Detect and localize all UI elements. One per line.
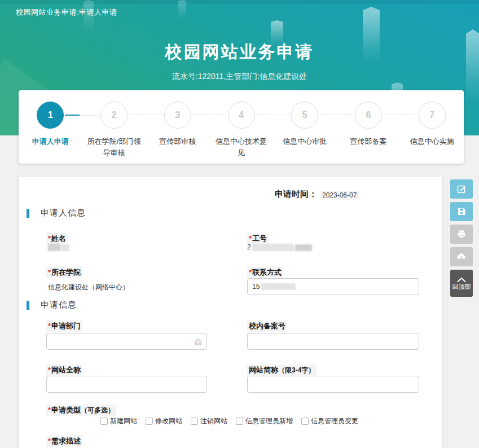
section-applicant-info: 申请人信息 [27, 208, 86, 218]
checkbox-new-site[interactable]: 新建网站 [100, 416, 137, 426]
checkbox-icon[interactable] [301, 418, 309, 425]
name-value-masked [48, 243, 69, 251]
printer-icon [456, 229, 467, 239]
download-button[interactable] [450, 247, 473, 266]
section-apply-info: 申请信息 [27, 300, 77, 310]
step-label-4: 信息中心技术意见 [213, 136, 270, 158]
contact-label: *联系方式 [247, 267, 283, 278]
edit-button[interactable] [450, 179, 473, 199]
step-item-5: 5 信息中心审批 [273, 102, 337, 164]
checkbox-icon[interactable] [100, 418, 108, 425]
workid-value: 2 [247, 243, 312, 251]
step-label-1: 申请人申请 [32, 136, 69, 147]
step-label-6: 宣传部备案 [350, 136, 386, 147]
record-no-label: 校内备案号 [247, 320, 287, 332]
page-title: 校园网站业务申请 [0, 41, 479, 64]
step-label-7: 信息中心实施 [410, 136, 454, 147]
apply-type-label: *申请类型（可多选） [46, 405, 116, 416]
step-item-3: 3 宣传部审核 [146, 102, 209, 164]
section-bar [27, 301, 29, 310]
step-connector [129, 115, 163, 115]
save-button[interactable] [450, 202, 473, 221]
step-item-7: 7 信息中心实施 [400, 102, 464, 164]
checkbox-admin-change[interactable]: 信息管理员变更 [301, 416, 358, 426]
step-circle-6: 6 [355, 102, 382, 129]
org-picker-icon[interactable] [194, 337, 203, 348]
contact-input[interactable]: 15 [247, 278, 419, 295]
record-no-input[interactable] [247, 333, 419, 350]
checkbox-icon[interactable] [236, 418, 243, 425]
dept-label: *申请部门 [46, 320, 82, 332]
step-circle-3: 3 [164, 102, 191, 129]
application-form: 申请时间： 2023-06-07 申请人信息 *姓名 *工号 2 *所在学院 信… [19, 177, 442, 448]
college-label: *所在学院 [46, 267, 82, 278]
step-label-3: 宣传部审核 [159, 136, 196, 147]
site-shortname-input[interactable] [247, 376, 419, 393]
step-item-4: 4 信息中心技术意见 [209, 102, 273, 164]
apply-type-options: 新建网站 修改网站 注销网站 信息管理员新增 信息管理员变更 [100, 416, 358, 426]
print-button[interactable] [450, 225, 473, 244]
apply-time-label: 申请时间： [275, 189, 317, 200]
step-circle-4: 4 [228, 102, 255, 129]
back-to-top-label: 回顶部 [452, 284, 471, 290]
step-circle-7: 7 [419, 102, 446, 129]
apply-time-value: 2023-06-07 [320, 191, 359, 200]
step-circle-5: 5 [291, 102, 318, 129]
step-wizard: 1 申请人申请 2 所在学院/部门领导审核 3 宣传部审核 4 信息中心技术意见… [19, 90, 464, 164]
site-shortname-label: 网站简称（限3-4字） [247, 364, 317, 376]
step-label-2: 所在学院/部门领导审核 [85, 136, 143, 158]
save-icon [456, 207, 467, 217]
demand-label: *需求描述 [46, 436, 82, 447]
checkbox-icon[interactable] [146, 418, 153, 425]
step-label-5: 信息中心审批 [283, 136, 327, 147]
hero-top-strip [0, 0, 479, 4]
site-fullname-input[interactable] [46, 376, 207, 393]
college-value: 信息化建设处（网络中心） [48, 283, 129, 292]
checkbox-cancel-site[interactable]: 注销网站 [191, 416, 227, 426]
section-bar [27, 209, 29, 218]
back-to-top-button[interactable]: 回顶部 [450, 270, 473, 297]
checkbox-icon[interactable] [191, 418, 198, 425]
step-circle-2: 2 [100, 102, 128, 129]
step-item-1: 1 申请人申请 [19, 102, 82, 164]
chevron-up-icon [456, 277, 467, 283]
step-item-2: 2 所在学院/部门领导审核 [82, 102, 146, 164]
step-connector [192, 115, 227, 115]
page: { "topbar": { "title": "校园网站业务申请:申请人申请" … [0, 0, 479, 448]
dept-input[interactable] [46, 333, 207, 350]
cloud-download-icon [456, 252, 467, 262]
step-connector [256, 115, 291, 115]
step-connector [383, 115, 418, 115]
breadcrumb: 校园网站业务申请:申请人申请 [16, 7, 117, 17]
step-item-6: 6 宣传部备案 [337, 102, 401, 164]
step-circle-1: 1 [37, 102, 64, 129]
checkbox-admin-add[interactable]: 信息管理员新增 [236, 416, 293, 426]
checkbox-modify-site[interactable]: 修改网站 [146, 416, 182, 426]
step-connector [319, 115, 354, 115]
site-fullname-label: *网站全称 [46, 364, 82, 376]
name-label: *姓名 [46, 233, 68, 244]
page-subtitle: 流水号:122011,主管部门:信息化建设处 [0, 72, 479, 82]
workid-label: *工号 [247, 233, 269, 244]
edit-icon [456, 184, 467, 194]
